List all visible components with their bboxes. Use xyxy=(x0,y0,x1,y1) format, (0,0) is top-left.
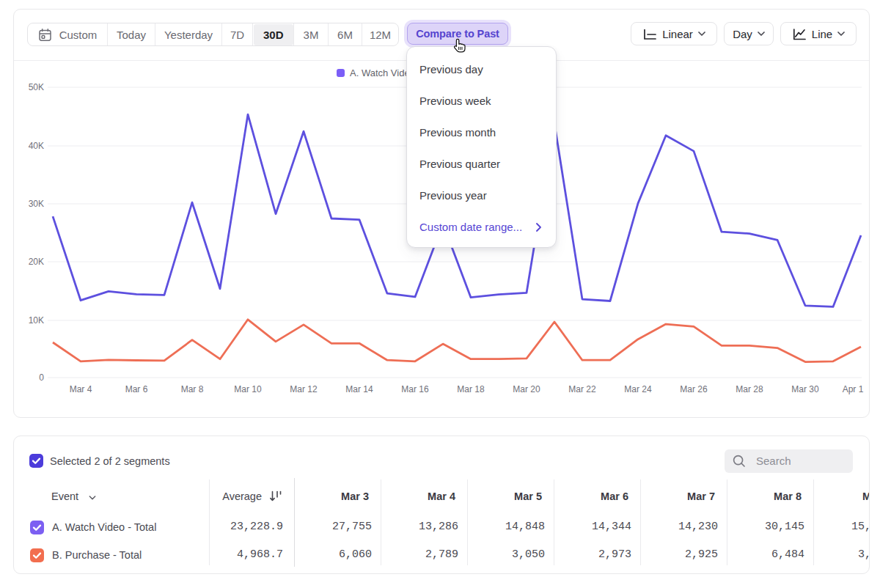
svg-text:Apr 1: Apr 1 xyxy=(843,384,864,394)
svg-text:Mar 24: Mar 24 xyxy=(624,384,652,394)
svg-text:Mar 22: Mar 22 xyxy=(568,384,596,394)
svg-text:10K: 10K xyxy=(29,315,44,326)
svg-text:Mar 16: Mar 16 xyxy=(401,384,429,394)
svg-text:0: 0 xyxy=(39,372,44,383)
svg-text:Mar 30: Mar 30 xyxy=(791,384,819,394)
svg-text:20K: 20K xyxy=(29,257,44,267)
svg-text:Mar 26: Mar 26 xyxy=(680,384,708,394)
svg-text:Mar 10: Mar 10 xyxy=(234,384,262,394)
svg-text:Mar 4: Mar 4 xyxy=(70,384,92,394)
svg-text:Mar 12: Mar 12 xyxy=(290,384,318,394)
svg-text:Mar 14: Mar 14 xyxy=(345,384,373,394)
svg-text:Mar 20: Mar 20 xyxy=(513,384,540,394)
svg-text:30K: 30K xyxy=(29,199,44,209)
svg-text:Mar 6: Mar 6 xyxy=(125,384,148,394)
svg-text:Mar 28: Mar 28 xyxy=(736,384,763,394)
svg-text:Mar 8: Mar 8 xyxy=(181,384,204,394)
svg-text:Mar 18: Mar 18 xyxy=(457,384,485,394)
svg-text:40K: 40K xyxy=(29,141,44,151)
svg-text:50K: 50K xyxy=(29,82,44,92)
